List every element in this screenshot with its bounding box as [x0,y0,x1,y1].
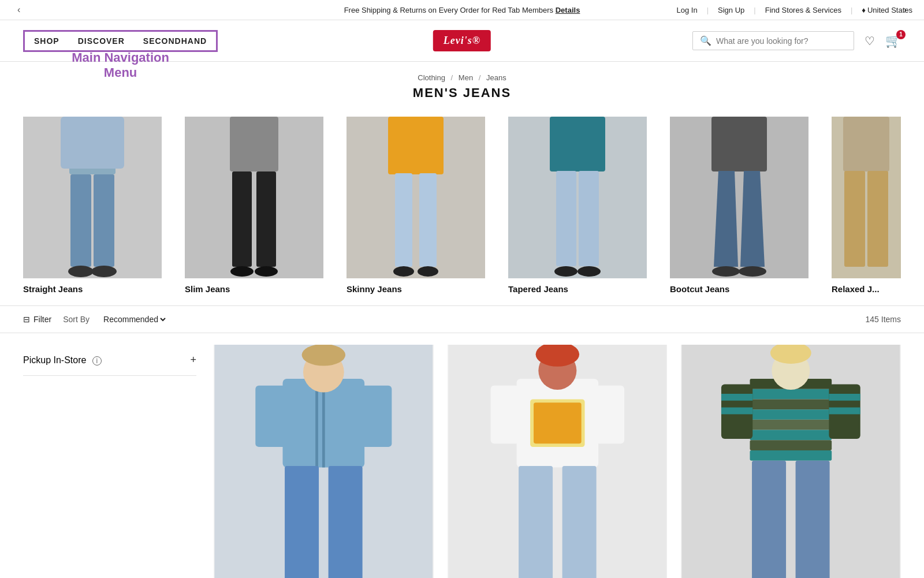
breadcrumb-clothing[interactable]: Clothing [418,73,445,82]
category-straight-label: Straight Jeans [23,284,162,294]
svg-rect-63 [750,450,832,461]
svg-rect-4 [94,174,114,267]
svg-rect-9 [232,171,252,267]
category-bootcut-label: Bootcut Jeans [670,284,808,294]
cart-icon-wrap[interactable]: 🛒 1 [885,33,901,49]
filter-info-icon[interactable]: i [92,356,102,366]
banner-prev-arrow[interactable]: ‹ [12,5,26,15]
product-card-3[interactable] [681,345,901,578]
category-straight-img [23,117,162,278]
breadcrumb-jeans[interactable]: Jeans [486,73,506,82]
svg-point-17 [393,266,414,277]
svg-rect-51 [490,386,519,443]
svg-rect-2 [61,117,124,169]
category-scroll: Straight Jeans Slim Jeans [0,105,924,305]
breadcrumb-men[interactable]: Men [459,73,473,82]
svg-point-6 [91,266,117,277]
svg-rect-37 [315,386,318,468]
category-tapered-jeans[interactable]: Tapered Jeans [508,117,647,294]
svg-point-24 [578,266,601,277]
svg-rect-61 [750,430,832,441]
svg-rect-52 [595,386,624,443]
svg-point-5 [68,266,94,277]
svg-point-12 [255,266,278,277]
svg-rect-60 [750,420,832,430]
svg-rect-38 [322,386,325,468]
category-tapered-img [508,117,647,278]
search-input[interactable] [716,36,847,46]
category-slim-label: Slim Jeans [185,284,323,294]
sort-select[interactable]: Recommended [101,314,167,325]
svg-rect-59 [750,409,832,420]
filter-section-pickup-title: Pickup In-Store i [23,355,102,366]
filter-expand-icon[interactable]: + [190,354,196,366]
category-skinny-label: Skinny Jeans [346,284,485,294]
svg-point-18 [418,266,438,277]
svg-point-29 [712,266,740,277]
category-relaxed-jeans[interactable]: Relaxed J... [832,117,901,294]
svg-rect-44 [329,466,363,578]
product-img-1 [214,345,434,578]
logo-center: Levi's® [433,30,491,51]
svg-rect-14 [388,117,444,174]
svg-rect-53 [519,466,553,578]
category-relaxed-label: Relaxed J... [832,284,901,294]
product-img-2 [448,345,668,578]
svg-rect-8 [230,117,278,171]
sort-by-label: Sort By [63,315,90,324]
filter-button[interactable]: ⊟ Filter [23,315,51,324]
filter-section-pickup: Pickup In-Store i + [23,345,196,376]
svg-rect-66 [721,394,752,401]
filter-sidebar: Pickup In-Store i + [23,345,196,578]
stores-services-link[interactable]: Find Stores & Services [765,6,841,14]
nav-secondhand[interactable]: SECONDHAND [143,36,207,46]
svg-rect-68 [721,408,752,415]
product-card-2[interactable] [448,345,668,578]
svg-rect-20 [550,117,605,171]
nav-discover[interactable]: DISCOVER [78,36,125,46]
login-link[interactable]: Log In [677,6,698,14]
search-bar[interactable]: 🔍 [692,31,854,50]
product-card-1[interactable] [214,345,434,578]
category-bootcut-img [670,117,808,278]
product-layout: Pickup In-Store i + [0,333,924,578]
page-title: MEN'S JEANS [0,85,924,100]
category-slim-img [185,117,323,278]
svg-rect-10 [256,171,276,267]
filter-bar: ⊟ Filter Sort By Recommended 145 Items [0,305,924,333]
svg-rect-67 [829,394,860,401]
banner-details-link[interactable]: Details [556,6,580,14]
category-skinny-jeans[interactable]: Skinny Jeans [346,117,485,294]
top-banner-right: Log In | Sign Up | Find Stores & Service… [677,6,912,14]
svg-rect-34 [867,171,888,267]
category-tapered-label: Tapered Jeans [508,284,647,294]
svg-rect-32 [843,117,889,171]
svg-rect-43 [285,466,319,578]
nav-links-group: SHOP DISCOVER SECONDHAND [23,30,218,52]
svg-rect-33 [844,171,865,267]
location-selector[interactable]: ♦ United States [862,6,912,14]
main-nav: SHOP DISCOVER SECONDHAND Levi's® 🔍 ♡ 🛒 1 [0,20,924,62]
breadcrumb-sep-1: / [451,73,453,82]
nav-right: 🔍 ♡ 🛒 1 [692,31,901,50]
filter-icon: ⊟ [23,315,30,324]
category-relaxed-img [832,117,901,278]
levis-logo[interactable]: Levi's® [433,30,491,51]
category-slim-jeans[interactable]: Slim Jeans [185,117,323,294]
signup-link[interactable]: Sign Up [718,6,744,14]
svg-rect-42 [361,386,392,447]
wishlist-icon[interactable]: ♡ [865,34,875,48]
category-straight-jeans[interactable]: Straight Jeans [23,117,162,294]
svg-rect-57 [750,389,832,400]
top-banner: ‹ Free Shipping & Returns on Every Order… [0,0,924,20]
nav-shop[interactable]: SHOP [34,36,59,46]
svg-rect-21 [556,171,576,266]
filter-section-pickup-header[interactable]: Pickup In-Store i + [23,354,196,366]
items-count: 145 Items [866,315,901,324]
category-bootcut-jeans[interactable]: Bootcut Jeans [670,117,808,294]
svg-rect-41 [255,386,286,447]
product-grid [214,345,901,578]
svg-point-40 [302,345,346,366]
category-skinny-img [346,117,485,278]
svg-point-23 [554,266,578,277]
